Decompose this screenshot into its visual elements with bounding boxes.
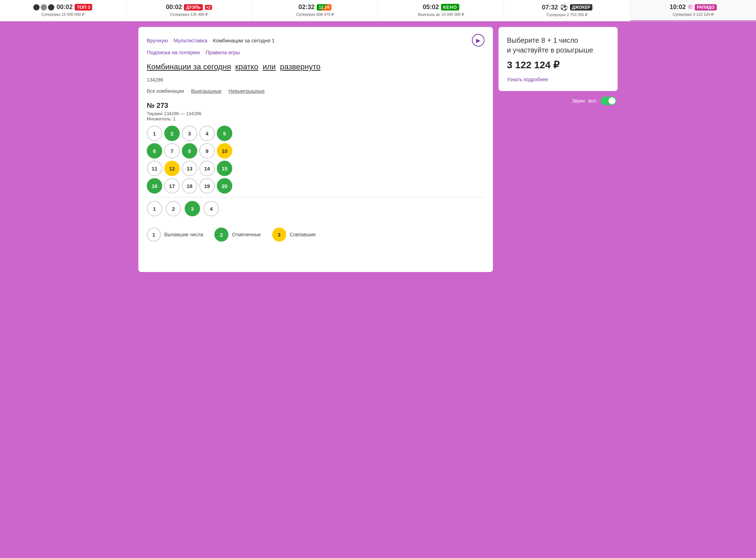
filter-winning[interactable]: Выигрышные [191,88,222,95]
combo-card: № 273 Тиражи 134286 — 134286 Множитель: … [147,102,484,216]
legend-item-yellow: 3Совпавшие [272,228,316,242]
number-ball-14: 14 [199,161,215,176]
bonus-grid: 1234 [147,201,484,216]
section-title: Комбинации за сегодня кратко или разверн… [147,62,484,71]
sound-toggle-switch[interactable] [601,97,616,105]
number-ball-10: 10 [217,143,232,159]
sound-on-label: вкл. [588,98,597,104]
nav-subscription[interactable]: Подписка на лотерею [147,49,200,55]
topbar-item-duel[interactable]: 00:02 ДУЭЛЬ ×2 Суперприз 135 480 ₽ [126,0,252,21]
number-ball-16: 16 [147,178,162,194]
filter-losing[interactable]: Невыигрышные [229,88,265,95]
number-ball-6: 6 [147,143,162,159]
1224-logo: 12 24 [317,4,331,11]
joker-subtext: Суперприз 2 753 355 ₽ [547,13,587,17]
legend-item-green: 2Отмеченные [214,228,261,242]
joker-time: 07:32 [542,4,558,11]
sound-toggle-row: Звуки вкл. [499,97,618,105]
bonus-ball-1: 1 [147,201,162,216]
number-ball-20: 20 [217,178,232,194]
legend-label-green: Отмеченные [232,232,261,237]
topbar-item-top3[interactable]: 00:02 ТОП 3 Суперприз 15 000 000 ₽ [0,0,126,21]
top3-time: 00:02 [56,4,73,11]
legend-ball-yellow: 3 [272,228,286,242]
number-ball-12: 12 [164,161,180,176]
title-expanded-link[interactable]: развернуто [280,62,320,71]
top3-icon [33,4,54,11]
nav-multibet[interactable]: Мультиставка [174,37,207,43]
topbar-item-rapido[interactable]: 10:02 ® РАПИДО Суперприз 3 122 124 ₽ [630,0,756,21]
topbar-item-1224[interactable]: 02:32 12 24 Суперприз 608 479 ₽ [252,0,378,21]
divider [147,197,484,197]
filter-all[interactable]: Все комбинации [147,88,184,95]
combo-number: № 273 [147,102,484,110]
combo-multiplier: Множитель: 1 [147,116,484,121]
legend-label-white: Выпавшие числа [164,232,203,237]
draw-id: 134286 [147,77,484,83]
number-ball-1: 1 [147,126,162,141]
joker-ball-icon: ⚽ [560,4,568,11]
left-panel: Вручную Мультиставка Комбинации за сегод… [138,27,493,272]
legend-label-yellow: Совпавшие [290,232,316,237]
title-short-link[interactable]: кратко [235,62,259,71]
nav-rules[interactable]: Правила игры [206,49,240,55]
number-ball-5: 5 [217,126,232,141]
1224-time: 02:32 [298,4,315,11]
nav-row1: Вручную Мультиставка Комбинации за сегод… [147,34,484,47]
duel-subtext: Суперприз 135 480 ₽ [170,12,208,17]
rapido-time: 10:02 [670,4,686,11]
sound-label: Звуки [572,98,585,104]
number-ball-3: 3 [182,126,197,141]
combo-tiraji: Тиражи 134286 — 134286 [147,111,484,116]
joker-logo: ДЖОКЕР [570,4,592,11]
topbar-item-joker[interactable]: 07:32 ⚽ ДЖОКЕР Суперприз 2 753 355 ₽ [504,0,630,21]
legend-item-white: 1Выпавшие числа [147,228,203,242]
top3-subtext: Суперприз 15 000 000 ₽ [41,12,84,17]
play-button[interactable]: ▶ [472,34,484,47]
number-ball-2: 2 [164,126,180,141]
rapido-logo-icon: ® [688,4,693,11]
number-ball-18: 18 [182,178,197,194]
legend-ball-green: 2 [214,228,228,242]
number-ball-11: 11 [147,161,162,176]
number-ball-13: 13 [182,161,197,176]
filter-tabs: Все комбинации Выигрышные Невыигрышные [147,88,484,95]
number-ball-15: 15 [217,161,232,176]
main-layout: Вручную Мультиставка Комбинации за сегод… [133,21,623,278]
bonus-ball-3: 3 [185,201,200,216]
duel-badge: ×2 [205,5,212,10]
nav-manual[interactable]: Вручную [147,37,168,43]
bonus-ball-2: 2 [166,201,181,216]
number-ball-17: 17 [164,178,180,194]
keno-subtext: Выигрыш до 10 000 000 ₽ [418,12,464,17]
legend-ball-white: 1 [147,228,161,242]
prize-details-link[interactable]: Узнать подробнее [507,77,548,82]
duel-time: 00:02 [166,4,182,11]
bonus-ball-4: 4 [204,201,219,216]
keno-time: 05:02 [423,4,439,11]
rapido-logo: РАПИДО [695,4,717,11]
nav-row2: Подписка на лотерею Правила игры [147,49,484,55]
number-ball-19: 19 [199,178,215,194]
keno-logo: КЕНО [441,4,459,11]
number-ball-9: 9 [199,143,215,159]
1224-subtext: Суперприз 608 479 ₽ [296,12,334,17]
number-ball-8: 8 [182,143,197,159]
duel-logo: ДУЭЛЬ [184,4,202,11]
topbar-item-keno[interactable]: 05:02 КЕНО Выигрыш до 10 000 000 ₽ [378,0,504,21]
nav-combo-label: Комбинации за сегодня 1 [213,37,275,43]
prize-card: Выберите 8 + 1 число и участвуйте в розы… [499,27,618,91]
prize-amount: 3 122 124 ₽ [507,59,609,71]
toggle-knob [609,97,616,104]
legend: 1Выпавшие числа2Отмеченные3Совпавшие [147,228,484,242]
number-ball-7: 7 [164,143,180,159]
top3-logo: ТОП 3 [75,4,92,11]
number-ball-4: 4 [199,126,215,141]
main-number-grid: 1234567891011121314151617181920 [147,126,484,194]
top-bar: 00:02 ТОП 3 Суперприз 15 000 000 ₽ 00:02… [0,0,756,21]
rapido-subtext: Суперприз 3 122 124 ₽ [673,12,714,17]
prize-title: Выберите 8 + 1 число и участвуйте в розы… [507,35,609,55]
right-panel: Выберите 8 + 1 число и участвуйте в розы… [499,27,618,272]
